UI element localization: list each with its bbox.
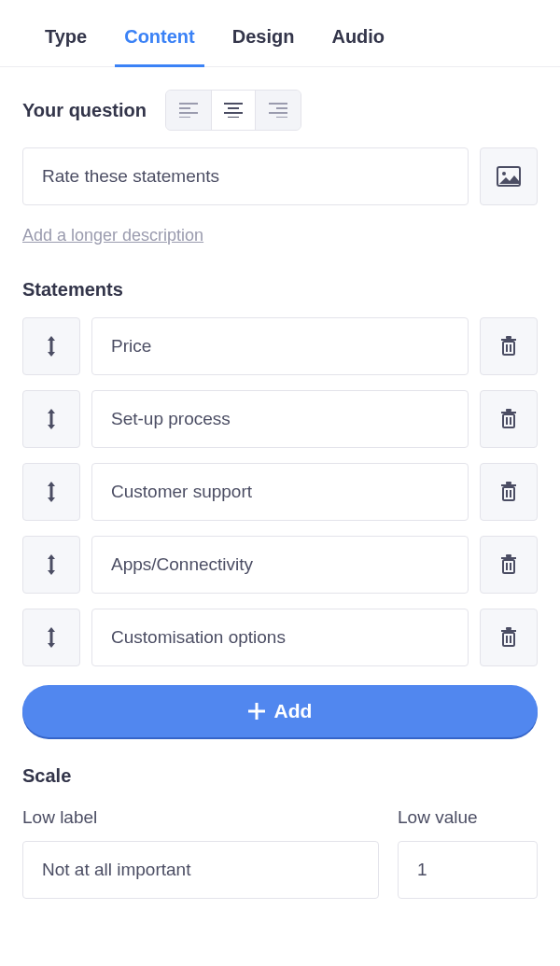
statement-row: [22, 536, 538, 594]
add-statement-button[interactable]: Add: [22, 685, 538, 737]
svg-rect-36: [506, 563, 508, 570]
svg-rect-19: [510, 344, 511, 352]
svg-rect-16: [501, 339, 516, 341]
svg-rect-29: [506, 482, 511, 484]
svg-rect-27: [503, 487, 514, 500]
statement-row: [22, 463, 538, 521]
svg-rect-15: [503, 342, 514, 355]
svg-rect-24: [506, 417, 508, 425]
svg-rect-5: [228, 107, 239, 109]
trash-icon: [499, 409, 518, 429]
question-label: Your question: [22, 100, 147, 121]
tab-audio[interactable]: Audio: [331, 26, 385, 66]
tab-type[interactable]: Type: [45, 26, 87, 66]
statement-row: [22, 609, 538, 666]
svg-rect-35: [506, 554, 511, 557]
drag-vertical-icon: [45, 407, 58, 431]
svg-rect-22: [501, 412, 516, 413]
trash-icon: [499, 627, 518, 648]
drag-vertical-icon: [45, 625, 58, 650]
statement-list: [22, 317, 538, 666]
svg-rect-21: [503, 414, 514, 427]
drag-handle[interactable]: [22, 463, 80, 521]
svg-rect-33: [503, 560, 514, 573]
statement-row: [22, 390, 538, 448]
align-right-button[interactable]: [256, 91, 301, 130]
svg-rect-14: [50, 341, 53, 352]
align-center-button[interactable]: [211, 91, 256, 130]
svg-rect-17: [506, 336, 511, 339]
delete-statement-button[interactable]: [480, 536, 538, 594]
statement-input[interactable]: [91, 609, 469, 666]
svg-rect-9: [276, 107, 287, 109]
align-center-icon: [224, 103, 243, 118]
svg-rect-40: [501, 630, 516, 632]
trash-icon: [499, 482, 518, 502]
statement-row: [22, 317, 538, 375]
svg-rect-3: [179, 117, 190, 118]
svg-rect-20: [50, 413, 53, 425]
statements-heading: Statements: [22, 279, 538, 301]
svg-rect-18: [506, 344, 508, 352]
delete-statement-button[interactable]: [480, 463, 538, 521]
svg-rect-7: [228, 117, 239, 118]
image-icon: [497, 166, 521, 187]
svg-rect-34: [501, 557, 516, 559]
align-right-icon: [269, 103, 287, 118]
delete-statement-button[interactable]: [480, 390, 538, 448]
tab-design[interactable]: Design: [232, 26, 295, 66]
svg-rect-45: [248, 710, 265, 713]
add-image-button[interactable]: [480, 147, 538, 205]
low-value-input[interactable]: [398, 841, 538, 899]
add-button-label: Add: [274, 700, 313, 722]
delete-statement-button[interactable]: [480, 317, 538, 375]
delete-statement-button[interactable]: [480, 609, 538, 666]
svg-rect-31: [510, 490, 511, 497]
svg-rect-4: [224, 103, 243, 105]
drag-vertical-icon: [45, 480, 58, 504]
svg-rect-0: [179, 103, 198, 105]
svg-rect-42: [506, 636, 508, 643]
statement-input[interactable]: [91, 536, 469, 594]
svg-rect-23: [506, 409, 511, 412]
trash-icon: [499, 554, 518, 575]
drag-handle[interactable]: [22, 609, 80, 666]
svg-rect-8: [269, 103, 287, 105]
svg-rect-1: [179, 107, 190, 109]
svg-rect-41: [506, 627, 511, 630]
drag-handle[interactable]: [22, 536, 80, 594]
svg-rect-25: [510, 417, 511, 425]
svg-rect-6: [224, 112, 243, 114]
align-left-icon: [179, 103, 198, 118]
drag-handle[interactable]: [22, 390, 80, 448]
question-input[interactable]: [22, 147, 469, 205]
statement-input[interactable]: [91, 317, 469, 375]
svg-rect-39: [503, 633, 514, 646]
scale-heading: Scale: [22, 765, 538, 787]
drag-vertical-icon: [45, 553, 58, 577]
tab-content[interactable]: Content: [124, 26, 195, 66]
svg-rect-11: [276, 117, 287, 118]
svg-rect-43: [510, 636, 511, 643]
tabs: Type Content Design Audio: [0, 0, 560, 67]
align-left-button[interactable]: [166, 91, 211, 130]
low-label-title: Low label: [22, 807, 379, 828]
svg-rect-2: [179, 112, 198, 114]
svg-rect-38: [50, 632, 53, 643]
svg-rect-10: [269, 112, 287, 114]
plus-icon: [248, 703, 265, 720]
statement-input[interactable]: [91, 463, 469, 521]
low-value-title: Low value: [398, 807, 538, 828]
svg-rect-37: [510, 563, 511, 570]
svg-rect-26: [50, 486, 53, 497]
trash-icon: [499, 336, 518, 357]
add-description-link[interactable]: Add a longer description: [22, 226, 203, 245]
svg-rect-32: [50, 559, 53, 570]
text-align-group: [165, 90, 301, 131]
svg-point-13: [502, 172, 506, 175]
drag-handle[interactable]: [22, 317, 80, 375]
svg-rect-30: [506, 490, 508, 497]
statement-input[interactable]: [91, 390, 469, 448]
low-label-input[interactable]: [22, 841, 379, 899]
svg-rect-28: [501, 484, 516, 486]
